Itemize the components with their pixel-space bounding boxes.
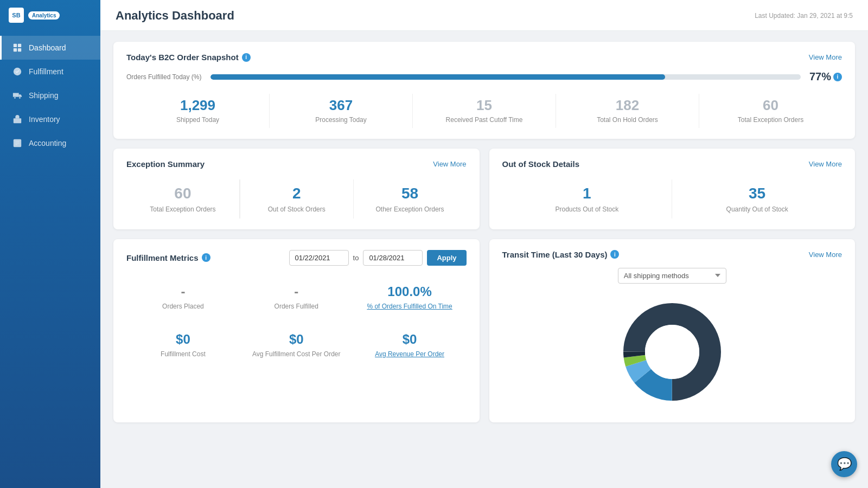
chat-bubble[interactable]: 💬: [831, 451, 857, 477]
apply-button[interactable]: Apply: [427, 250, 466, 266]
svg-point-5: [14, 97, 16, 99]
metric-avg-cost: $0 Avg Fulfillment Cost Per Order: [240, 326, 353, 363]
metrics-row1: - Orders Placed - Orders Fulfilled 100.0…: [126, 279, 467, 316]
last-updated: Last Updated: Jan 29, 2021 at 9:5: [755, 12, 853, 20]
sidebar: SB Analytics Dashboard Fulfillment Shipp…: [0, 0, 100, 488]
main-content: Today's B2C Order Snapshot i View More O…: [100, 31, 868, 433]
stat-shipped-number: 1,299: [133, 97, 263, 114]
stat-exception: 60 Total Exception Orders: [699, 94, 842, 128]
logo-icon: SB: [9, 8, 24, 23]
accounting-icon: [12, 138, 22, 148]
metric-avg-cost-number: $0: [245, 332, 348, 347]
page-title: Analytics Dashboard: [116, 9, 234, 23]
sidebar-nav: Dashboard Fulfillment Shipping Inventory…: [0, 36, 100, 155]
sidebar-label-inventory: Inventory: [29, 115, 60, 124]
stat-exception-number: 60: [706, 97, 835, 114]
out-of-stock-card: Out of Stock Details View More 1 Product…: [489, 149, 856, 229]
metrics-row2: $0 Fulfillment Cost $0 Avg Fulfillment C…: [126, 326, 467, 363]
transit-header: Transit Time (Last 30 Days) i View More: [502, 250, 843, 259]
svg-rect-2: [14, 48, 17, 52]
oos-view-more[interactable]: View More: [809, 160, 842, 168]
transit-info-icon[interactable]: i: [610, 250, 619, 259]
metrics-title: Fulfillment Metrics i: [126, 253, 210, 262]
progress-label: Orders Fulfilled Today (%): [126, 73, 202, 81]
exception-header: Exception Summary View More: [126, 159, 467, 169]
metric-orders-placed-label: Orders Placed: [132, 303, 234, 310]
stat-processing: 367 Processing Today: [270, 94, 413, 128]
two-col-row1: Exception Summary View More 60 Total Exc…: [113, 149, 855, 229]
exc-oos: 2 Out of Stock Orders: [240, 179, 354, 219]
exception-view-more[interactable]: View More: [433, 160, 466, 168]
exc-total-label: Total Exception Orders: [132, 206, 234, 213]
progress-bar-fill: [210, 74, 665, 80]
stat-processing-label: Processing Today: [276, 116, 406, 125]
sidebar-item-fulfillment[interactable]: Fulfillment: [0, 60, 100, 84]
sidebar-item-shipping[interactable]: Shipping: [0, 84, 100, 107]
analytics-badge: Analytics: [28, 11, 60, 20]
svg-point-17: [645, 325, 699, 379]
svg-rect-7: [14, 118, 21, 123]
oos-products-number: 1: [508, 185, 667, 202]
svg-rect-0: [14, 44, 17, 47]
shipping-icon: [12, 91, 22, 100]
stat-onhold-number: 182: [563, 97, 692, 114]
metric-orders-placed: - Orders Placed: [126, 279, 240, 316]
sidebar-item-dashboard[interactable]: Dashboard: [0, 36, 100, 60]
transit-title: Transit Time (Last 30 Days) i: [502, 250, 620, 259]
exc-other-number: 58: [359, 185, 461, 202]
metric-cost-number: $0: [132, 332, 234, 347]
exc-oos-number: 2: [246, 185, 348, 202]
oos-stats: 1 Products Out of Stock 35 Quantity Out …: [502, 179, 843, 219]
main-area: Analytics Dashboard Last Updated: Jan 29…: [100, 0, 868, 488]
metric-pct-label[interactable]: % of Orders Fulfilled On Time: [359, 303, 461, 310]
stat-cutoff-label: Received Past Cutoff Time: [419, 116, 549, 125]
metric-orders-fulfilled-label: Orders Fulfilled: [245, 303, 348, 310]
snapshot-card: Today's B2C Order Snapshot i View More O…: [113, 42, 855, 139]
oos-qty-number: 35: [678, 185, 837, 202]
progress-bar-wrap: [210, 74, 801, 80]
snapshot-header: Today's B2C Order Snapshot i View More: [126, 53, 842, 62]
exc-other-label: Other Exception Orders: [359, 206, 461, 213]
svg-rect-3: [18, 48, 21, 52]
metric-avg-cost-label: Avg Fulfillment Cost Per Order: [245, 350, 348, 358]
metric-avg-rev-number: $0: [359, 332, 461, 347]
metric-pct-number: 100.0%: [359, 284, 461, 299]
fulfillment-icon: [12, 67, 22, 76]
exc-oos-label: Out of Stock Orders: [246, 206, 348, 213]
stat-shipped-label: Shipped Today: [133, 116, 263, 125]
sidebar-item-inventory[interactable]: Inventory: [0, 107, 100, 131]
pct-info-icon[interactable]: i: [833, 73, 842, 81]
stat-exception-label: Total Exception Orders: [706, 116, 835, 125]
metric-cost-label: Fulfillment Cost: [132, 350, 234, 358]
progress-row: Orders Fulfilled Today (%) 77% i: [126, 70, 842, 83]
stat-cutoff-number: 15: [419, 97, 549, 114]
date-from-input[interactable]: [289, 250, 349, 266]
sidebar-item-accounting[interactable]: Accounting: [0, 131, 100, 155]
oos-qty-label: Quantity Out of Stock: [678, 206, 837, 213]
dashboard-icon: [12, 43, 22, 53]
oos-qty: 35 Quantity Out of Stock: [672, 179, 842, 219]
stat-processing-number: 367: [276, 97, 406, 114]
snapshot-info-icon[interactable]: i: [242, 53, 251, 62]
metric-avg-rev-label[interactable]: Avg Revenue Per Order: [359, 350, 461, 358]
transit-view-more[interactable]: View More: [809, 251, 842, 259]
metrics-info-icon[interactable]: i: [202, 253, 210, 262]
shipping-method-select[interactable]: All shipping methods: [618, 268, 726, 284]
donut-chart: [612, 292, 732, 412]
sidebar-label-fulfillment: Fulfillment: [29, 67, 63, 76]
oos-products: 1 Products Out of Stock: [502, 179, 673, 219]
stat-onhold-label: Total On Hold Orders: [563, 116, 692, 125]
chat-icon: 💬: [837, 457, 852, 471]
snapshot-stats: 1,299 Shipped Today 367 Processing Today…: [126, 94, 842, 128]
oos-products-label: Products Out of Stock: [508, 206, 667, 213]
oos-title: Out of Stock Details: [502, 159, 580, 169]
stat-received-past-cutoff: 15 Received Past Cutoff Time: [413, 94, 556, 128]
exception-title: Exception Summary: [126, 159, 205, 169]
metric-orders-placed-number: -: [132, 284, 234, 299]
oos-header: Out of Stock Details View More: [502, 159, 843, 169]
metric-avg-revenue: $0 Avg Revenue Per Order: [353, 326, 467, 363]
sidebar-label-accounting: Accounting: [29, 139, 66, 147]
exception-summary-card: Exception Summary View More 60 Total Exc…: [113, 149, 480, 229]
date-to-input[interactable]: [363, 250, 423, 266]
snapshot-view-more[interactable]: View More: [809, 53, 842, 61]
